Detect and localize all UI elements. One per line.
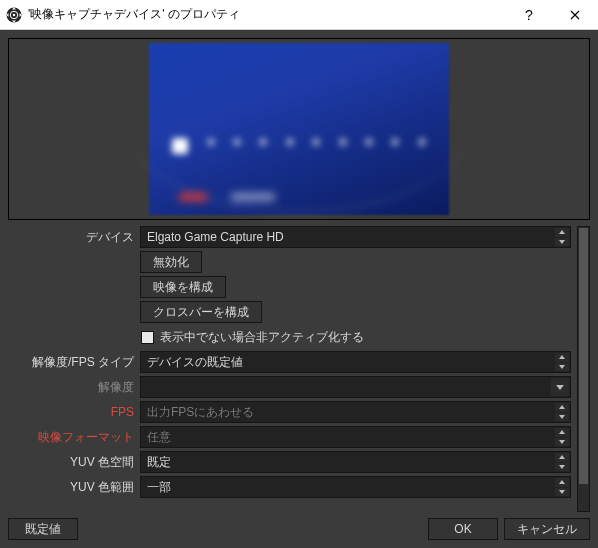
titlebar: '映像キャプチャデバイス' のプロパティ ?: [0, 0, 598, 30]
scrollbar-thumb[interactable]: [579, 228, 588, 484]
ok-button[interactable]: OK: [428, 518, 498, 540]
video-format-value: 任意: [147, 429, 171, 446]
resolution-select[interactable]: [140, 376, 571, 398]
configure-video-button[interactable]: 映像を構成: [140, 276, 226, 298]
app-icon: [0, 0, 28, 30]
video-format-label: 映像フォーマット: [8, 426, 140, 448]
res-fps-type-value: デバイスの既定値: [147, 354, 243, 371]
defaults-button[interactable]: 既定値: [8, 518, 78, 540]
window-title: '映像キャプチャデバイス' のプロパティ: [28, 6, 506, 23]
device-select[interactable]: Elgato Game Capture HD: [140, 226, 571, 248]
yuv-color-space-select[interactable]: 既定: [140, 451, 571, 473]
video-format-select[interactable]: 任意: [140, 426, 571, 448]
help-button[interactable]: ?: [506, 0, 552, 30]
yuv-color-range-select[interactable]: 一部: [140, 476, 571, 498]
cancel-button[interactable]: キャンセル: [504, 518, 590, 540]
close-button[interactable]: [552, 0, 598, 30]
spin-icon: [555, 403, 569, 421]
res-fps-type-label: 解像度/FPS タイプ: [8, 351, 140, 373]
checkbox-box-icon: [141, 331, 154, 344]
spin-icon: [555, 428, 569, 446]
checkbox-label: 表示中でない場合非アクティブ化する: [160, 329, 364, 346]
resolution-label: 解像度: [8, 376, 140, 398]
fps-value: 出力FPSにあわせる: [147, 404, 254, 421]
chevron-down-icon: [551, 378, 569, 396]
yuv-color-range-label: YUV 色範囲: [8, 476, 140, 498]
configure-crossbar-button[interactable]: クロスバーを構成: [140, 301, 262, 323]
disable-button[interactable]: 無効化: [140, 251, 202, 273]
fps-select[interactable]: 出力FPSにあわせる: [140, 401, 571, 423]
deactivate-when-not-showing-checkbox[interactable]: 表示中でない場合非アクティブ化する: [140, 326, 364, 348]
preview-frame: [8, 38, 590, 220]
spin-icon: [555, 478, 569, 496]
form-scrollbar[interactable]: [577, 226, 590, 512]
svg-point-2: [13, 13, 16, 16]
yuv-color-range-value: 一部: [147, 479, 171, 496]
spin-icon: [555, 353, 569, 371]
video-preview: [11, 41, 587, 217]
res-fps-type-select[interactable]: デバイスの既定値: [140, 351, 571, 373]
yuv-color-space-label: YUV 色空間: [8, 451, 140, 473]
device-label: デバイス: [8, 226, 140, 248]
spin-icon: [555, 228, 569, 246]
device-value: Elgato Game Capture HD: [147, 230, 284, 244]
spin-icon: [555, 453, 569, 471]
properties-form: デバイス Elgato Game Capture HD 無効化 映像を構成 クロ…: [8, 226, 573, 512]
yuv-color-space-value: 既定: [147, 454, 171, 471]
dialog-footer: 既定値 OK キャンセル: [8, 518, 590, 540]
fps-label: FPS: [8, 401, 140, 423]
